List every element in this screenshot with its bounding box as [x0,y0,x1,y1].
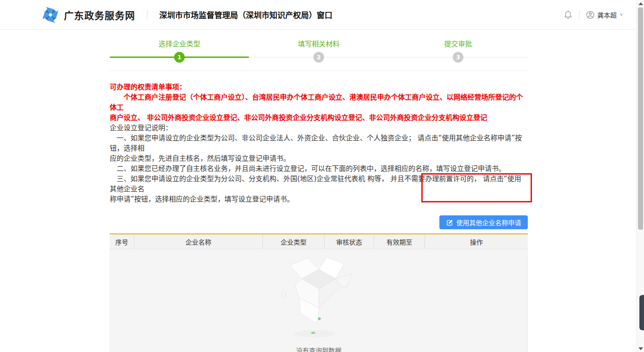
col-header-company-type: 企业类型 [263,234,324,249]
notice-heading: 可办理的权责清单事项： [110,82,528,92]
use-other-name-button-label: 使用其他企业名称申请 [456,218,521,227]
table-header-row: 序号 企业名称 企业类型 审核状态 有效期至 操作 [110,234,528,249]
user-avatar-icon [586,11,594,19]
scrollbar-down-arrow-icon[interactable] [638,347,643,350]
header-right: 龚本超 ∨ [563,10,623,20]
instruction-line: 二、如果您已经办理了自主核名业务，并且尚未进行设立登记，可以在下面的列表中，选择… [110,163,528,174]
scrollbar-thumb[interactable] [638,7,643,230]
col-header-company-name: 企业名称 [134,234,263,249]
instructions-block: 企业设立登记说明： 一、如果您申请设立的企业类型为公司、非公司企业法人、外资企业… [110,123,528,204]
step-label-2: 填写相关材料 [249,38,388,48]
notice-line: 个体工商户注册登记（个体工商户设立）、台湾居民申办个体工商户设立、港澳居民申办个… [110,92,528,113]
user-menu[interactable]: 龚本超 ∨ [586,10,623,19]
user-name: 龚本超 [597,10,617,19]
instruction-line: 称申请”按钮，选择相应的企业类型，填写设立登记申请书。 [110,194,528,204]
step-circle-2: 2 [313,52,324,63]
window-title: 深圳市市场监督管理局（深圳市知识产权局）窗口 [159,9,332,20]
instruction-line: 三、如果您申请设立的企业类型为分公司、分支机构、外国(地区)企业常驻代表机 构等… [110,174,528,194]
header-separator: ｜ [143,8,152,21]
notice-block: 可办理的权责清单事项： 个体工商户注册登记（个体工商户设立）、台湾居民申办个体工… [110,82,528,123]
instructions-heading: 企业设立登记说明： [110,123,528,133]
chevron-down-icon: ∨ [619,12,623,17]
steps-labels: 选择企业类型 填写相关材料 提交审批 [110,38,528,48]
page: 广东政务服务网 ｜ 深圳市市场监督管理局（深圳市知识产权局）窗口 龚本超 ∨ [0,0,644,352]
header-divider [579,11,580,19]
col-header-actions: 操作 [425,234,528,249]
steps-divider [110,70,528,71]
col-header-index: 序号 [110,234,134,249]
floating-side-widget[interactable] [639,295,644,330]
col-header-review-status: 审核状态 [324,234,374,249]
empty-state-text: 没有查询到数据 [296,346,342,352]
instruction-line: 应的企业类型，先进自主核名，然后填写设立登记申请书。 [110,153,528,163]
action-row: 使用其他企业名称申请 [110,215,528,229]
header: 广东政务服务网 ｜ 深圳市市场监督管理局（深圳市知识产权局）窗口 龚本超 ∨ [0,0,636,30]
edit-icon [446,219,453,226]
step-circle-3: 3 [453,52,463,63]
gdzwfw-logo-icon [42,6,59,24]
notification-bell-icon[interactable] [563,10,573,20]
company-name-table: 序号 企业名称 企业类型 审核状态 有效期至 操作 [110,233,528,352]
steps-progress: 1 2 3 [110,52,528,63]
table-empty-body: 没有查询到数据 [110,249,528,352]
step-label-3: 提交审批 [388,38,528,48]
instruction-line: 一、如果您申请设立的企业类型为公司、非公司企业法人、外资企业、合伙企业、个人独资… [110,133,528,153]
empty-box-illustration [277,252,361,345]
step-label-1: 选择企业类型 [110,38,249,48]
use-other-name-button[interactable]: 使用其他企业名称申请 [439,215,528,229]
scrollbar-up-arrow-icon[interactable] [638,2,643,5]
col-header-valid-until: 有效期至 [374,234,425,249]
step-circle-1: 1 [174,52,185,63]
notice-line: 商户设立、 非公司外商投资企业设立登记、非公司外商投资企业分支机构设立登记、非公… [110,113,528,123]
main-content: 选择企业类型 填写相关材料 提交审批 1 2 3 可办理的权责清单事项： 个体工… [110,38,528,352]
site-name: 广东政务服务网 [64,8,135,22]
